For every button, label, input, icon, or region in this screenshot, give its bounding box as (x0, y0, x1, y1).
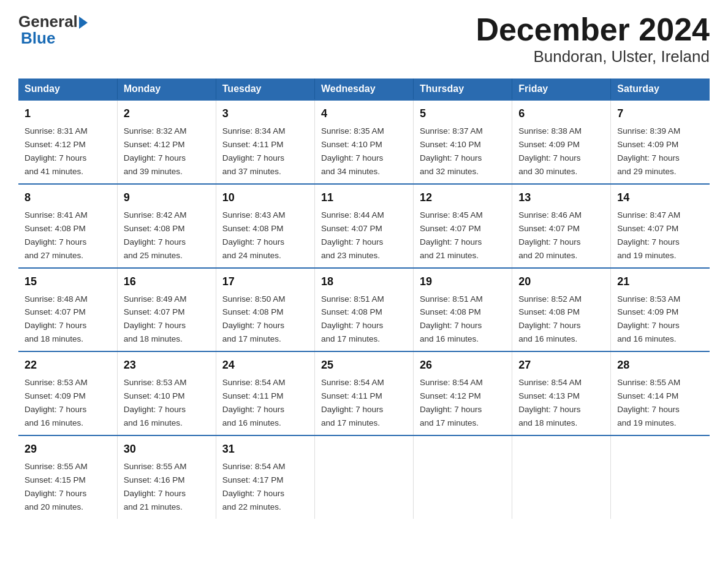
day-number: 21 (617, 274, 703, 290)
day-number: 12 (420, 190, 506, 206)
day-info: Sunrise: 8:54 AMSunset: 4:11 PMDaylight:… (321, 378, 384, 427)
day-number: 17 (222, 274, 308, 290)
day-info: Sunrise: 8:55 AMSunset: 4:14 PMDaylight:… (617, 378, 680, 427)
day-number: 30 (124, 441, 210, 458)
calendar-cell: 13 Sunrise: 8:46 AMSunset: 4:07 PMDaylig… (512, 184, 611, 268)
day-info: Sunrise: 8:52 AMSunset: 4:08 PMDaylight:… (518, 294, 582, 344)
header-row: Sunday Monday Tuesday Wednesday Thursday… (18, 79, 710, 100)
calendar-cell: 29 Sunrise: 8:55 AMSunset: 4:15 PMDaylig… (18, 435, 117, 519)
col-thursday: Thursday (414, 79, 512, 100)
week-row-3: 15 Sunrise: 8:48 AMSunset: 4:07 PMDaylig… (18, 268, 710, 352)
calendar-cell: 30 Sunrise: 8:55 AMSunset: 4:16 PMDaylig… (117, 435, 216, 519)
col-friday: Friday (512, 79, 611, 100)
day-number: 24 (222, 357, 308, 373)
col-monday: Monday (117, 79, 216, 100)
day-number: 22 (25, 357, 111, 373)
calendar-cell (314, 435, 413, 519)
day-info: Sunrise: 8:49 AMSunset: 4:07 PMDaylight:… (124, 294, 187, 344)
col-saturday: Saturday (611, 79, 710, 100)
calendar-cell: 10 Sunrise: 8:43 AMSunset: 4:08 PMDaylig… (216, 184, 314, 268)
day-number: 6 (518, 105, 604, 122)
day-number: 28 (617, 357, 703, 373)
day-number: 7 (617, 105, 703, 122)
day-number: 23 (124, 357, 210, 373)
day-number: 3 (222, 105, 308, 122)
day-info: Sunrise: 8:55 AMSunset: 4:16 PMDaylight:… (124, 462, 187, 511)
logo: General Blue (18, 12, 88, 48)
day-info: Sunrise: 8:48 AMSunset: 4:07 PMDaylight:… (25, 294, 88, 344)
calendar-cell: 23 Sunrise: 8:53 AMSunset: 4:10 PMDaylig… (117, 351, 216, 435)
day-number: 11 (321, 190, 407, 206)
day-info: Sunrise: 8:44 AMSunset: 4:07 PMDaylight:… (321, 210, 384, 260)
calendar-cell: 14 Sunrise: 8:47 AMSunset: 4:07 PMDaylig… (611, 184, 710, 268)
calendar-cell: 16 Sunrise: 8:49 AMSunset: 4:07 PMDaylig… (117, 268, 216, 352)
day-number: 2 (124, 105, 210, 122)
day-info: Sunrise: 8:53 AMSunset: 4:10 PMDaylight:… (124, 378, 187, 427)
day-info: Sunrise: 8:32 AMSunset: 4:12 PMDaylight:… (124, 126, 187, 176)
day-number: 5 (420, 105, 506, 122)
day-number: 20 (518, 274, 604, 290)
week-row-5: 29 Sunrise: 8:55 AMSunset: 4:15 PMDaylig… (18, 435, 710, 519)
calendar-cell (611, 435, 710, 519)
day-info: Sunrise: 8:38 AMSunset: 4:09 PMDaylight:… (518, 126, 582, 176)
day-number: 15 (25, 274, 111, 290)
day-number: 29 (25, 441, 111, 458)
calendar-cell: 21 Sunrise: 8:53 AMSunset: 4:09 PMDaylig… (611, 268, 710, 352)
calendar-cell: 3 Sunrise: 8:34 AMSunset: 4:11 PMDayligh… (216, 100, 314, 184)
calendar-cell: 11 Sunrise: 8:44 AMSunset: 4:07 PMDaylig… (314, 184, 413, 268)
calendar-cell: 25 Sunrise: 8:54 AMSunset: 4:11 PMDaylig… (314, 351, 413, 435)
day-info: Sunrise: 8:34 AMSunset: 4:11 PMDaylight:… (222, 126, 286, 176)
calendar-cell: 22 Sunrise: 8:53 AMSunset: 4:09 PMDaylig… (18, 351, 117, 435)
day-number: 1 (25, 105, 111, 122)
page-header: General Blue December 2024 Bundoran, Uls… (18, 12, 710, 66)
day-info: Sunrise: 8:47 AMSunset: 4:07 PMDaylight:… (617, 210, 680, 260)
calendar-cell: 24 Sunrise: 8:54 AMSunset: 4:11 PMDaylig… (216, 351, 314, 435)
calendar-cell (414, 435, 512, 519)
calendar-cell: 8 Sunrise: 8:41 AMSunset: 4:08 PMDayligh… (18, 184, 117, 268)
calendar-cell: 5 Sunrise: 8:37 AMSunset: 4:10 PMDayligh… (414, 100, 512, 184)
day-number: 27 (518, 357, 604, 373)
day-number: 19 (420, 274, 506, 290)
col-sunday: Sunday (18, 79, 117, 100)
page-title: December 2024 (476, 12, 710, 47)
calendar-cell: 31 Sunrise: 8:54 AMSunset: 4:17 PMDaylig… (216, 435, 314, 519)
day-number: 26 (420, 357, 506, 373)
day-number: 13 (518, 190, 604, 206)
day-number: 4 (321, 105, 407, 122)
calendar-cell: 4 Sunrise: 8:35 AMSunset: 4:10 PMDayligh… (314, 100, 413, 184)
calendar-cell: 26 Sunrise: 8:54 AMSunset: 4:12 PMDaylig… (414, 351, 512, 435)
day-info: Sunrise: 8:53 AMSunset: 4:09 PMDaylight:… (617, 294, 680, 344)
day-info: Sunrise: 8:51 AMSunset: 4:08 PMDaylight:… (321, 294, 384, 344)
day-number: 25 (321, 357, 407, 373)
day-number: 9 (124, 190, 210, 206)
day-info: Sunrise: 8:39 AMSunset: 4:09 PMDaylight:… (617, 126, 680, 176)
day-info: Sunrise: 8:50 AMSunset: 4:08 PMDaylight:… (222, 294, 286, 344)
day-info: Sunrise: 8:31 AMSunset: 4:12 PMDaylight:… (25, 126, 88, 176)
calendar-cell: 18 Sunrise: 8:51 AMSunset: 4:08 PMDaylig… (314, 268, 413, 352)
calendar-cell (512, 435, 611, 519)
day-number: 14 (617, 190, 703, 206)
day-info: Sunrise: 8:54 AMSunset: 4:12 PMDaylight:… (420, 378, 483, 427)
calendar-cell: 2 Sunrise: 8:32 AMSunset: 4:12 PMDayligh… (117, 100, 216, 184)
day-number: 8 (25, 190, 111, 206)
day-info: Sunrise: 8:51 AMSunset: 4:08 PMDaylight:… (420, 294, 483, 344)
day-info: Sunrise: 8:41 AMSunset: 4:08 PMDaylight:… (25, 210, 88, 260)
day-number: 31 (222, 441, 308, 458)
calendar-cell: 17 Sunrise: 8:50 AMSunset: 4:08 PMDaylig… (216, 268, 314, 352)
day-info: Sunrise: 8:37 AMSunset: 4:10 PMDaylight:… (420, 126, 483, 176)
col-wednesday: Wednesday (314, 79, 413, 100)
page-subtitle: Bundoran, Ulster, Ireland (476, 47, 710, 66)
calendar-cell: 19 Sunrise: 8:51 AMSunset: 4:08 PMDaylig… (414, 268, 512, 352)
calendar-cell: 28 Sunrise: 8:55 AMSunset: 4:14 PMDaylig… (611, 351, 710, 435)
day-info: Sunrise: 8:43 AMSunset: 4:08 PMDaylight:… (222, 210, 286, 260)
day-info: Sunrise: 8:54 AMSunset: 4:11 PMDaylight:… (222, 378, 286, 427)
calendar-table: Sunday Monday Tuesday Wednesday Thursday… (18, 79, 710, 518)
day-number: 16 (124, 274, 210, 290)
day-info: Sunrise: 8:54 AMSunset: 4:13 PMDaylight:… (518, 378, 582, 427)
day-info: Sunrise: 8:54 AMSunset: 4:17 PMDaylight:… (222, 462, 286, 511)
calendar-cell: 1 Sunrise: 8:31 AMSunset: 4:12 PMDayligh… (18, 100, 117, 184)
week-row-2: 8 Sunrise: 8:41 AMSunset: 4:08 PMDayligh… (18, 184, 710, 268)
day-info: Sunrise: 8:53 AMSunset: 4:09 PMDaylight:… (25, 378, 88, 427)
week-row-1: 1 Sunrise: 8:31 AMSunset: 4:12 PMDayligh… (18, 100, 710, 184)
calendar-cell: 7 Sunrise: 8:39 AMSunset: 4:09 PMDayligh… (611, 100, 710, 184)
